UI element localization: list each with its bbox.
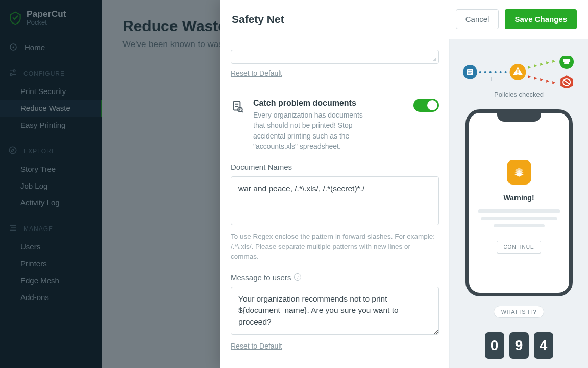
counter-digit: 4: [534, 332, 553, 359]
svg-point-13: [495, 71, 497, 73]
svg-marker-22: [546, 61, 549, 64]
svg-point-15: [505, 71, 507, 73]
svg-marker-21: [540, 63, 543, 66]
info-icon[interactable]: i: [294, 273, 301, 281]
phone-title: Warning!: [478, 194, 560, 202]
phone-notch: [497, 112, 541, 122]
reset-to-default-link-2[interactable]: Reset to Default: [231, 342, 282, 350]
svg-marker-28: [534, 77, 537, 80]
svg-marker-27: [528, 75, 531, 78]
svg-rect-25: [563, 59, 570, 62]
catch-docs-desc: Every organization has documents that sh…: [253, 110, 376, 151]
svg-rect-26: [564, 62, 569, 64]
document-names-textarea[interactable]: [231, 176, 439, 225]
svg-marker-20: [534, 64, 537, 67]
doc-names-label: Document Names: [231, 163, 439, 171]
catch-docs-toggle[interactable]: [413, 99, 439, 112]
svg-rect-18: [518, 74, 519, 75]
modal-title: Safety Net: [232, 13, 284, 26]
previous-message-textarea-tail[interactable]: [231, 50, 439, 64]
svg-point-14: [500, 71, 502, 73]
flow-caption: Policies checked: [458, 90, 580, 98]
skeleton-line: [478, 209, 560, 213]
page-counter: 0 9 4: [458, 332, 580, 359]
svg-marker-30: [546, 80, 549, 83]
phone-continue-button[interactable]: CONTINUE: [497, 241, 541, 254]
reset-to-default-link-1[interactable]: Reset to Default: [231, 69, 282, 77]
counter-digit: 9: [509, 332, 529, 359]
doc-names-hint: To use Regex enclose the pattern in forw…: [231, 232, 439, 262]
svg-marker-31: [552, 81, 555, 84]
svg-point-12: [489, 71, 492, 73]
section-catch-paper-sizes: Catch uncommon paper sizes Does the inco…: [231, 361, 439, 368]
svg-rect-5: [233, 101, 240, 110]
save-changes-button[interactable]: Save Changes: [505, 9, 577, 29]
message-to-users-textarea[interactable]: [231, 287, 439, 335]
modal-preview-column: Policies checked Warning! CONTINUE WHAT …: [449, 39, 588, 368]
msg-to-users-label: Message to users: [231, 273, 291, 282]
modal-header: Safety Net Cancel Save Changes: [220, 0, 588, 39]
warning-tile-icon: [507, 160, 531, 185]
svg-marker-19: [528, 66, 531, 69]
phone-preview: Warning! CONTINUE: [465, 109, 573, 296]
section-catch-problem-documents: Catch problem documents Every organizati…: [231, 88, 439, 351]
policy-flow-diagram: [458, 56, 580, 88]
svg-marker-23: [552, 60, 555, 63]
svg-point-10: [479, 71, 481, 73]
modal-form-column: Reset to Default Catch problem documents: [220, 39, 449, 368]
svg-point-11: [484, 71, 486, 73]
counter-digit: 0: [485, 332, 504, 359]
svg-rect-17: [518, 69, 519, 73]
catch-docs-title: Catch problem documents: [253, 99, 405, 108]
document-scan-icon: [231, 100, 245, 115]
cancel-button[interactable]: Cancel: [456, 9, 499, 29]
settings-modal: Safety Net Cancel Save Changes Reset to …: [220, 0, 588, 368]
svg-marker-29: [540, 78, 543, 81]
what-is-it-chip[interactable]: WHAT IS IT?: [494, 306, 544, 318]
skeleton-line: [494, 224, 545, 227]
skeleton-line: [481, 217, 557, 220]
